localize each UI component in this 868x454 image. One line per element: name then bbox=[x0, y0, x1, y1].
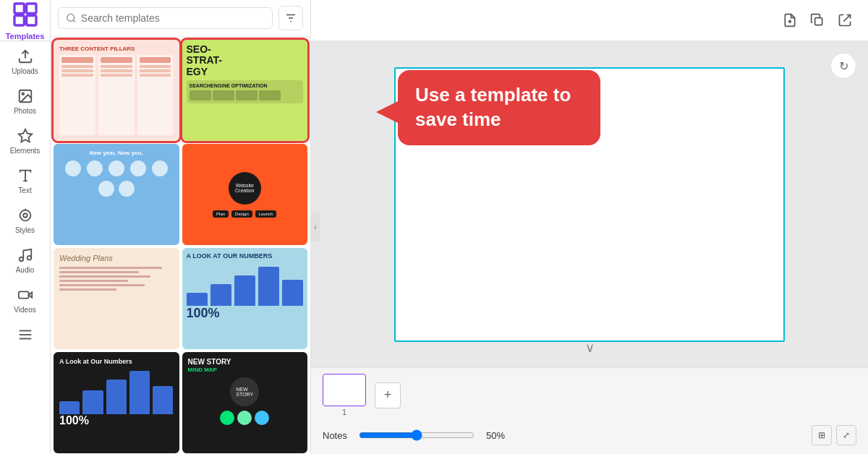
zoom-slider[interactable] bbox=[359, 429, 475, 441]
styles-label: Styles bbox=[15, 226, 35, 234]
card-title: WebsiteCreation bbox=[229, 172, 261, 205]
tooltip-callout: Use a template to save time bbox=[398, 70, 600, 145]
svg-line-21 bbox=[73, 20, 75, 22]
template-card[interactable]: THREE CONTENT PILLARS bbox=[54, 40, 179, 141]
elements-icon bbox=[17, 128, 33, 144]
svg-point-20 bbox=[67, 14, 75, 21]
template-card[interactable]: SEO-STRAT-EGY SEARCHENGINE OPTIMIZATION bbox=[182, 40, 308, 141]
share-button[interactable] bbox=[833, 9, 856, 32]
notes-label: Notes bbox=[323, 430, 347, 441]
canvas-area: Use a template to save time ↻ ∨ bbox=[311, 41, 868, 367]
add-icon: + bbox=[384, 387, 392, 403]
grid-view-button[interactable]: ⊞ bbox=[812, 425, 832, 445]
sidebar-item-elements[interactable]: Elements bbox=[0, 121, 50, 160]
photos-label: Photos bbox=[14, 107, 36, 115]
page-thumbnails-row: 1 + bbox=[323, 374, 856, 416]
styles-icon bbox=[17, 207, 33, 223]
search-bar bbox=[51, 0, 310, 37]
template-card[interactable]: New year, New you. bbox=[54, 144, 179, 245]
videos-label: Videos bbox=[14, 306, 35, 314]
template-card[interactable]: A LOOK AT OUR NUMBERS 100% bbox=[182, 248, 308, 349]
elements-label: Elements bbox=[10, 147, 41, 155]
sidebar-item-photos[interactable]: Photos bbox=[0, 81, 50, 121]
search-icon bbox=[66, 12, 77, 24]
new-page-button[interactable] bbox=[778, 9, 801, 32]
card-title: Wedding Plans bbox=[59, 254, 174, 262]
card-title: A LOOK AT OUR NUMBERS bbox=[187, 252, 304, 260]
zoom-percent-label: 50% bbox=[486, 430, 505, 441]
refresh-icon: ↻ bbox=[839, 59, 848, 73]
card-title: THREE CONTENT PILLARS bbox=[59, 46, 174, 52]
chevron-down-icon[interactable]: ∨ bbox=[585, 340, 595, 356]
card-title: SEO-STRAT-EGY bbox=[187, 44, 304, 77]
svg-point-11 bbox=[20, 210, 30, 221]
text-label: Text bbox=[18, 187, 31, 194]
svg-rect-3 bbox=[26, 16, 35, 25]
templates-panel: THREE CONTENT PILLARS SEO-STRAT-EGY SEAR… bbox=[51, 0, 311, 454]
text-icon bbox=[17, 168, 33, 184]
templates-label: Templates bbox=[6, 32, 45, 40]
main-canvas-area: Use a template to save time ↻ ∨ 1 + Note… bbox=[311, 0, 868, 454]
new-page-icon bbox=[783, 13, 797, 27]
svg-rect-2 bbox=[14, 16, 24, 25]
videos-icon bbox=[17, 287, 33, 303]
page-thumbnail[interactable] bbox=[323, 374, 366, 406]
svg-rect-1 bbox=[26, 4, 35, 13]
templates-grid: THREE CONTENT PILLARS SEO-STRAT-EGY SEAR… bbox=[51, 37, 310, 454]
search-box[interactable] bbox=[58, 7, 273, 29]
svg-point-6 bbox=[22, 93, 24, 95]
filter-button[interactable] bbox=[278, 6, 303, 30]
svg-rect-0 bbox=[14, 4, 24, 13]
templates-nav-item[interactable]: Templates bbox=[0, 0, 50, 41]
page-number: 1 bbox=[342, 408, 346, 416]
audio-label: Audio bbox=[16, 266, 35, 274]
sidebar-item-text[interactable]: Text bbox=[0, 160, 50, 200]
sidebar-item-videos[interactable]: Videos bbox=[0, 280, 50, 320]
sidebar-item-more[interactable] bbox=[0, 320, 50, 348]
template-card[interactable]: Wedding Plans bbox=[54, 248, 179, 349]
bottom-area: 1 + Notes 50% ⊞ ⤢ bbox=[311, 367, 868, 454]
svg-point-14 bbox=[27, 256, 31, 260]
collapse-panel-button[interactable]: ‹ bbox=[310, 213, 320, 241]
duplicate-button[interactable] bbox=[806, 9, 829, 32]
template-card[interactable]: NEW STORY MIND MAP NEWSTORY bbox=[182, 352, 308, 453]
fullscreen-button[interactable]: ⤢ bbox=[836, 425, 856, 445]
templates-icon bbox=[11, 0, 40, 29]
sidebar-item-uploads[interactable]: Uploads bbox=[0, 41, 50, 81]
filter-icon bbox=[284, 12, 297, 25]
more-icon bbox=[17, 327, 33, 343]
upload-icon bbox=[17, 48, 33, 64]
search-input[interactable] bbox=[81, 12, 265, 24]
template-card[interactable]: WebsiteCreation Plan Design Launch bbox=[182, 144, 308, 245]
card-title: NEW STORY bbox=[188, 358, 302, 367]
notes-controls: ⊞ ⤢ bbox=[812, 425, 856, 445]
uploads-label: Uploads bbox=[12, 67, 38, 75]
photos-icon bbox=[17, 88, 33, 104]
share-icon bbox=[838, 13, 852, 27]
refresh-button[interactable]: ↻ bbox=[830, 53, 856, 79]
add-page-button[interactable]: + bbox=[375, 382, 401, 408]
template-card[interactable]: A Look at Our Numbers 100% bbox=[54, 352, 179, 453]
svg-point-10 bbox=[23, 213, 27, 218]
card-title: A Look at Our Numbers bbox=[59, 358, 174, 365]
svg-rect-15 bbox=[18, 291, 28, 298]
audio-icon bbox=[17, 247, 33, 263]
sidebar-item-styles[interactable]: Styles bbox=[0, 200, 50, 240]
svg-rect-27 bbox=[815, 18, 822, 25]
svg-marker-7 bbox=[18, 129, 31, 142]
duplicate-icon bbox=[810, 13, 825, 27]
tooltip-text: Use a template to save time bbox=[415, 84, 571, 130]
svg-point-13 bbox=[19, 257, 23, 262]
top-toolbar bbox=[311, 0, 868, 41]
notes-bar: Notes 50% ⊞ ⤢ bbox=[323, 422, 856, 448]
collapse-icon: ‹ bbox=[314, 223, 316, 231]
sidebar-item-audio[interactable]: Audio bbox=[0, 240, 50, 280]
left-sidebar: Templates Uploads Photos Elements Text bbox=[0, 0, 51, 454]
card-title: New year, New you. bbox=[90, 150, 143, 156]
